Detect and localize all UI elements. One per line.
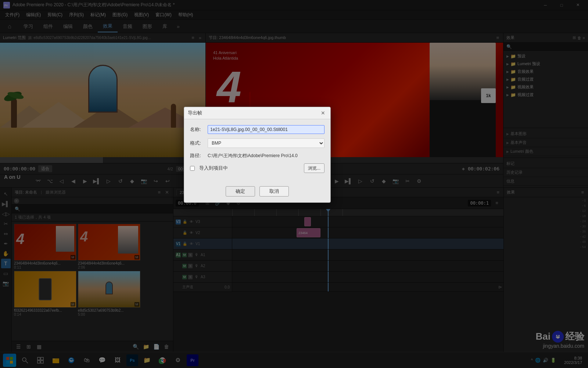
dialog-title: 导出帧 bbox=[188, 110, 202, 116]
dialog-format-label: 格式: bbox=[190, 140, 205, 146]
modal-overlay: 导出帧 ✕ 名称: 格式: BMP JPEG PNG TIFF 路径: bbox=[0, 0, 588, 368]
dialog-titlebar: 导出帧 ✕ bbox=[184, 107, 330, 119]
dialog-buttons: 确定 取消 bbox=[184, 183, 330, 202]
dialog-path-row: 路径: C:\用户\王鸿伟\文档\Adobe\Premiere Pro\14.0 bbox=[190, 152, 325, 159]
dialog-import-row: 导入到项目中 浏览... bbox=[190, 163, 325, 173]
dialog-ok-btn[interactable]: 确定 bbox=[226, 186, 255, 197]
dialog-path-label: 路径: bbox=[190, 152, 205, 159]
dialog-path-value: C:\用户\王鸿伟\文档\Adobe\Premiere Pro\14.0 bbox=[208, 153, 325, 159]
dialog-browse-btn[interactable]: 浏览... bbox=[304, 163, 325, 173]
dialog-name-label: 名称: bbox=[190, 126, 205, 133]
dialog-name-row: 名称: bbox=[190, 125, 325, 134]
dialog-import-label: 导入到项目中 bbox=[199, 165, 301, 171]
dialog-format-select[interactable]: BMP JPEG PNG TIFF bbox=[208, 138, 325, 148]
dialog-import-checkbox[interactable] bbox=[190, 166, 195, 171]
dialog-cancel-btn[interactable]: 取消 bbox=[259, 186, 289, 197]
dialog-body: 名称: 格式: BMP JPEG PNG TIFF 路径: C:\用户\王鸿伟\… bbox=[184, 119, 330, 183]
dialog-close-btn[interactable]: ✕ bbox=[319, 109, 327, 117]
export-frame-dialog: 导出帧 ✕ 名称: 格式: BMP JPEG PNG TIFF 路径: bbox=[184, 107, 331, 203]
dialog-filename-input[interactable] bbox=[208, 125, 325, 134]
dialog-format-row: 格式: BMP JPEG PNG TIFF bbox=[190, 138, 325, 148]
